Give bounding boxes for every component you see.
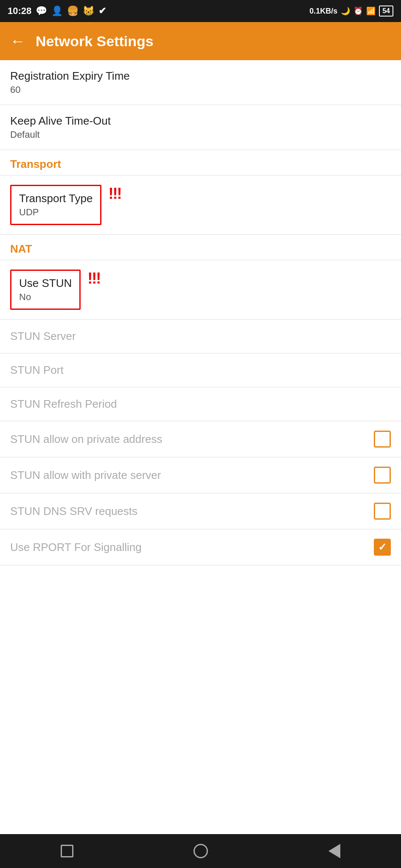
contacts-icon: 👤 <box>51 6 63 17</box>
nav-square-icon <box>61 845 73 857</box>
nav-back-button[interactable] <box>325 842 344 860</box>
nav-circle-icon <box>193 844 208 858</box>
section-header-text: Transport <box>10 158 61 170</box>
setting-row-inner: Keep Alive Time-Out Default <box>10 114 111 140</box>
time-display: 10:28 <box>8 6 31 17</box>
cat-icon: 😸 <box>83 6 94 17</box>
whatsapp-icon: 💬 <box>36 6 47 17</box>
setting-row-inner: STUN Port <box>10 364 64 377</box>
battery-display: 54 <box>379 6 393 17</box>
checkbox-label: STUN allow with private server <box>10 469 161 482</box>
setting-label: STUN Server <box>10 330 76 343</box>
status-bar: 10:28 💬 👤 🍔 😸 ✔ 0.1KB/s 🌙 ⏰ 📶 54 <box>0 0 401 22</box>
setting-value: 60 <box>10 84 130 95</box>
setting-row-stun-refresh-period[interactable]: STUN Refresh Period <box>0 387 401 421</box>
nav-home-button[interactable] <box>191 842 210 860</box>
nav-bar <box>0 834 401 868</box>
setting-label: STUN Port <box>10 364 64 377</box>
setting-row-inner: STUN Refresh Period <box>10 398 117 411</box>
checkbox-row-stun-dns-srv-requests[interactable]: STUN DNS SRV requests <box>0 493 401 529</box>
red-box: Transport Type UDP <box>10 185 101 225</box>
checkbox-control[interactable] <box>374 467 391 484</box>
nav-recent-button[interactable] <box>58 842 76 860</box>
setting-row-stun-server[interactable]: STUN Server <box>0 320 401 353</box>
setting-label: STUN Refresh Period <box>10 398 117 411</box>
checkbox-label: STUN allow on private address <box>10 433 162 446</box>
section-header-transport: Transport <box>0 150 401 175</box>
content-area: Registration Expiry Time 60 Keep Alive T… <box>0 60 401 834</box>
section-header-nat: NAT <box>0 235 401 260</box>
setting-value: UDP <box>19 207 93 218</box>
setting-label: Use STUN <box>19 277 72 290</box>
checkbox-label: Use RPORT For Signalling <box>10 541 142 554</box>
highlight-wrapper: Use STUN No !!! <box>10 270 391 310</box>
checkbox-control[interactable]: ✓ <box>374 539 391 556</box>
checkmark-icon: ✓ <box>378 542 387 552</box>
setting-row-use-stun[interactable]: Use STUN No !!! <box>0 260 401 320</box>
section-header-text: NAT <box>10 242 32 255</box>
signal-icon: 📶 <box>366 6 376 16</box>
mcdonalds-icon: 🍔 <box>67 6 79 17</box>
setting-row-transport-type[interactable]: Transport Type UDP !!! <box>0 175 401 235</box>
exclamation-icon: !!! <box>87 270 100 287</box>
setting-row-stun-port[interactable]: STUN Port <box>0 353 401 387</box>
checkbox-control[interactable] <box>374 503 391 520</box>
back-button[interactable]: ← <box>10 32 25 50</box>
exclamation-icon: !!! <box>108 185 121 203</box>
setting-row-inner: STUN Server <box>10 330 76 343</box>
highlight-wrapper: Transport Type UDP !!! <box>10 185 391 225</box>
network-speed: 0.1KB/s <box>309 7 337 16</box>
setting-row-keep-alive-time-out[interactable]: Keep Alive Time-Out Default <box>0 105 401 150</box>
page-title: Network Settings <box>36 33 154 50</box>
setting-row-inner: Registration Expiry Time 60 <box>10 70 130 95</box>
nav-triangle-icon <box>328 844 340 858</box>
checkbox-row-stun-allow-on-private-address[interactable]: STUN allow on private address <box>0 421 401 457</box>
alarm-icon: ⏰ <box>353 6 363 16</box>
checkbox-row-stun-allow-with-private-server[interactable]: STUN allow with private server <box>0 457 401 493</box>
setting-row-registration-expiry-time[interactable]: Registration Expiry Time 60 <box>0 60 401 105</box>
moon-icon: 🌙 <box>341 6 350 16</box>
status-right: 0.1KB/s 🌙 ⏰ 📶 54 <box>309 6 393 17</box>
red-box: Use STUN No <box>10 270 81 310</box>
setting-value: Default <box>10 129 111 140</box>
check-icon: ✔ <box>98 6 106 17</box>
setting-value: No <box>19 292 72 303</box>
checkbox-label: STUN DNS SRV requests <box>10 505 137 518</box>
app-bar: ← Network Settings <box>0 22 401 60</box>
setting-label: Registration Expiry Time <box>10 70 130 83</box>
status-left: 10:28 💬 👤 🍔 😸 ✔ <box>8 6 106 17</box>
checkbox-control[interactable] <box>374 431 391 448</box>
setting-label: Transport Type <box>19 192 93 205</box>
setting-label: Keep Alive Time-Out <box>10 114 111 128</box>
checkbox-row-use-rport-for-signalling[interactable]: Use RPORT For Signalling ✓ <box>0 529 401 565</box>
